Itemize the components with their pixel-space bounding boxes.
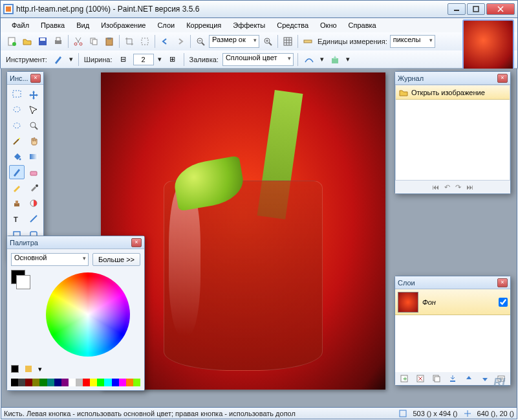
tool-recolor[interactable]	[26, 196, 41, 210]
panel-close-button[interactable]: ×	[30, 74, 41, 83]
history-item[interactable]: Открыть изображение	[396, 85, 510, 100]
tool-ellipse-select[interactable]	[9, 118, 25, 133]
menu-layers[interactable]: Слои	[151, 19, 180, 31]
deselect-icon[interactable]	[138, 34, 152, 49]
dropdown-arrow-icon[interactable]: ▾	[156, 55, 163, 63]
palette-color[interactable]	[83, 379, 90, 386]
palette-strip[interactable]	[11, 379, 140, 386]
tool-move[interactable]	[26, 103, 41, 117]
history-undo-icon[interactable]: ↶	[444, 183, 450, 192]
tool-move-selection[interactable]	[26, 87, 41, 102]
width-plus-button[interactable]: ⊞	[166, 52, 180, 67]
undo-icon[interactable]	[158, 34, 172, 49]
width-minus-button[interactable]: ⊟	[116, 52, 131, 67]
palette-color[interactable]	[126, 379, 133, 386]
menu-image[interactable]: Изображение	[95, 19, 151, 31]
width-input[interactable]	[133, 54, 154, 65]
palette-color[interactable]	[97, 379, 104, 386]
tool-brush[interactable]	[9, 165, 25, 179]
delete-layer-icon[interactable]	[414, 371, 427, 386]
palette-more-button[interactable]: Больше >>	[92, 253, 140, 266]
palette-color[interactable]	[54, 379, 61, 386]
minimize-button[interactable]	[448, 3, 466, 15]
history-first-icon[interactable]: ⏮	[432, 183, 439, 191]
tool-line[interactable]	[26, 212, 41, 226]
palette-color[interactable]	[11, 379, 18, 386]
history-redo-icon[interactable]: ↷	[455, 183, 461, 192]
layers-panel[interactable]: Слои× Фон +	[394, 276, 511, 386]
copy-icon[interactable]	[87, 34, 101, 49]
antialias-icon[interactable]	[302, 52, 316, 67]
palette-color[interactable]	[18, 379, 25, 386]
redo-icon[interactable]	[173, 34, 188, 49]
palette-color[interactable]	[39, 379, 47, 386]
panel-close-button[interactable]: ×	[497, 278, 508, 287]
menu-help[interactable]: Справка	[343, 19, 382, 31]
add-layer-icon[interactable]: +	[398, 371, 411, 386]
tool-color-picker[interactable]	[26, 181, 41, 195]
blend-icon[interactable]	[328, 52, 342, 67]
new-icon[interactable]	[5, 34, 19, 49]
layer-up-icon[interactable]	[462, 371, 475, 386]
menu-adjust[interactable]: Коррекция	[180, 19, 227, 31]
ruler-icon[interactable]	[301, 34, 315, 49]
palette-color[interactable]	[119, 379, 126, 386]
zoom-in-icon[interactable]	[261, 34, 275, 49]
tool-pan[interactable]	[26, 134, 41, 148]
panel-close-button[interactable]: ×	[131, 238, 142, 247]
print-icon[interactable]	[51, 34, 65, 49]
current-tool-icon[interactable]	[51, 52, 65, 67]
swap-colors-icon[interactable]	[11, 365, 19, 373]
palette-color[interactable]	[76, 379, 83, 386]
menu-tools[interactable]: Средства	[271, 19, 314, 31]
tool-bucket[interactable]	[9, 149, 25, 164]
layer-visible-checkbox[interactable]	[499, 298, 508, 307]
fill-select[interactable]: Сплошной цвет	[222, 53, 294, 66]
tool-magic-wand[interactable]	[9, 134, 25, 148]
palette-color[interactable]	[25, 379, 32, 386]
paste-icon[interactable]	[102, 34, 116, 49]
cut-icon[interactable]	[71, 34, 85, 49]
palette-color[interactable]	[61, 379, 69, 386]
image-thumbnail[interactable]	[462, 19, 514, 71]
palette-color[interactable]	[32, 379, 39, 386]
menu-file[interactable]: Файл	[6, 19, 35, 31]
palette-color[interactable]	[69, 379, 76, 386]
duplicate-layer-icon[interactable]	[430, 371, 444, 386]
palette-menu-icon[interactable]	[21, 362, 36, 376]
color-wheel[interactable]	[46, 272, 130, 357]
tool-pencil[interactable]	[9, 181, 25, 195]
grid-icon[interactable]	[281, 34, 295, 49]
tool-clone[interactable]	[9, 196, 25, 210]
menu-window[interactable]: Окно	[314, 19, 343, 31]
palette-mode-select[interactable]: Основной	[11, 253, 89, 266]
secondary-color-swatch[interactable]	[16, 275, 30, 289]
tool-text[interactable]: T	[9, 212, 25, 226]
tool-eraser[interactable]	[26, 165, 41, 179]
palette-color[interactable]	[104, 379, 111, 386]
menu-effects[interactable]: Эффекты	[227, 19, 271, 31]
palette-color[interactable]	[133, 379, 140, 386]
maximize-button[interactable]	[467, 3, 485, 15]
history-last-icon[interactable]: ⏭	[466, 183, 473, 191]
crop-icon[interactable]	[122, 34, 136, 49]
palette-panel[interactable]: Палитра× Основной Больше >> ▾	[6, 236, 145, 391]
merge-layer-icon[interactable]	[446, 371, 460, 386]
menu-edit[interactable]: Правка	[35, 19, 70, 31]
dropdown-arrow-icon[interactable]: ▾	[68, 55, 74, 63]
units-select[interactable]: пикселы	[390, 35, 435, 48]
open-icon[interactable]	[20, 34, 34, 49]
layer-row[interactable]: Фон	[395, 289, 510, 315]
palette-color[interactable]	[90, 379, 97, 386]
tool-rect-select[interactable]	[9, 87, 25, 102]
panel-close-button[interactable]: ×	[497, 74, 508, 83]
menu-view[interactable]: Вид	[70, 19, 95, 31]
tool-gradient[interactable]	[26, 149, 41, 164]
save-icon[interactable]	[36, 34, 50, 49]
close-button[interactable]	[486, 3, 515, 15]
history-panel[interactable]: Журнал× Открыть изображение ⏮ ↶ ↷ ⏭	[394, 71, 511, 194]
tool-zoom[interactable]	[26, 118, 41, 133]
tool-lasso[interactable]	[9, 103, 25, 117]
palette-color[interactable]	[112, 379, 119, 386]
zoom-select[interactable]: Размер ок	[209, 35, 259, 48]
